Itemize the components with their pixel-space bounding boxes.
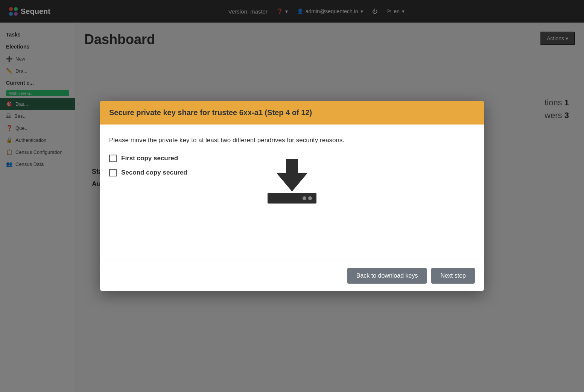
back-to-download-keys-button[interactable]: Back to download keys	[347, 268, 427, 284]
modal-body: Please move the private key to at least …	[100, 125, 484, 260]
download-icon	[268, 191, 316, 204]
download-icon-wrapper	[109, 191, 475, 204]
modal-overlay: Secure private key share for trustee 6xx…	[0, 0, 584, 392]
modal: Secure private key share for trustee 6xx…	[100, 101, 484, 291]
modal-instruction: Please move the private key to at least …	[109, 137, 475, 144]
second-copy-checkbox[interactable]	[109, 169, 117, 176]
download-arrowhead	[276, 173, 308, 191]
second-copy-label: Second copy secured	[121, 169, 187, 176]
download-stem	[286, 159, 298, 173]
modal-title: Secure private key share for trustee 6xx…	[109, 108, 312, 117]
next-step-button[interactable]: Next step	[431, 268, 475, 284]
modal-header: Secure private key share for trustee 6xx…	[100, 101, 484, 125]
modal-footer: Back to download keys Next step	[100, 260, 484, 291]
tray-dot-2	[308, 196, 312, 200]
download-tray	[268, 193, 316, 204]
tray-dot-1	[303, 196, 306, 200]
first-copy-checkbox[interactable]	[109, 155, 117, 162]
first-copy-label: First copy secured	[121, 155, 178, 162]
